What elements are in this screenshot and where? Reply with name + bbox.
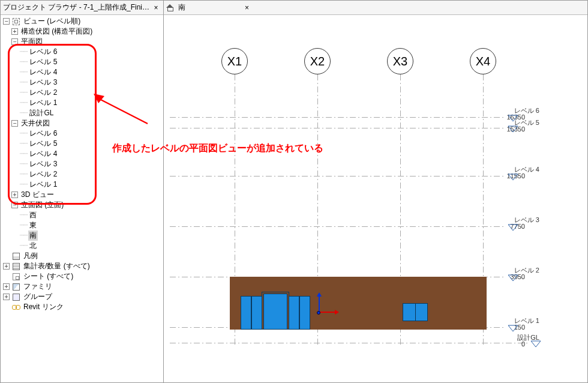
legend-icon xyxy=(11,252,21,261)
grid-bubble[interactable]: X3 xyxy=(387,48,413,74)
level-marker-icon xyxy=(530,340,542,348)
grid-bubble[interactable]: X4 xyxy=(470,48,496,74)
level-marker-icon xyxy=(507,114,519,122)
level-line[interactable] xyxy=(170,343,527,343)
ceiling-level-item[interactable]: ┈┈レベル 1 xyxy=(3,179,163,190)
expander-icon[interactable]: − xyxy=(11,120,18,127)
ceiling-level-item[interactable]: ┈┈レベル 2 xyxy=(3,169,163,179)
level-marker-icon xyxy=(507,223,519,232)
plan-level-item[interactable]: ┈┈レベル 2 xyxy=(3,88,163,98)
elevation-node[interactable]: − 立面図 (立面) xyxy=(3,200,163,210)
views-icon xyxy=(11,17,21,26)
close-icon[interactable]: × xyxy=(245,4,249,12)
plan-level-item[interactable]: ┈┈レベル 3 xyxy=(3,77,163,88)
expander-icon[interactable]: − xyxy=(11,38,18,45)
sheets-node[interactable]: シート (すべて) xyxy=(3,271,163,282)
expander-icon[interactable]: − xyxy=(3,18,10,25)
level-marker-icon xyxy=(507,324,519,333)
level-line[interactable] xyxy=(170,128,505,128)
revit-links-node[interactable]: Revit リンク xyxy=(3,302,163,312)
window[interactable] xyxy=(403,303,428,321)
view-tab-bar: 南 × xyxy=(164,1,587,15)
plan-level-item[interactable]: ┈┈レベル 6 xyxy=(3,47,163,57)
expander-icon[interactable]: + xyxy=(3,283,10,290)
expander-icon[interactable]: + xyxy=(3,294,10,300)
annotation-text: 作成したレベルの平面図ビューが追加されている xyxy=(112,142,323,155)
schedule-icon xyxy=(11,262,21,271)
schedules-node[interactable]: + 集計表/数量 (すべて) xyxy=(3,261,163,271)
browser-header: プロジェクト ブラウザ - 7-1_上階作成_Finish.rvt × xyxy=(1,1,163,15)
sheet-icon xyxy=(11,272,21,282)
views-root-node[interactable]: − ビュー (レベル順) xyxy=(3,16,163,26)
elev-view-item[interactable]: ┈┈西 xyxy=(3,210,163,220)
ceiling-level-item[interactable]: ┈┈レベル 6 xyxy=(3,128,163,139)
close-icon[interactable]: × xyxy=(151,4,161,12)
group-icon xyxy=(11,292,21,302)
grid-bubble[interactable]: X2 xyxy=(304,48,331,74)
families-node[interactable]: + ファミリ xyxy=(3,282,163,292)
elev-view-item[interactable]: ┈┈東 xyxy=(3,220,163,231)
project-browser: プロジェクト ブラウザ - 7-1_上階作成_Finish.rvt × − ビュ… xyxy=(1,1,164,382)
plan-level-item[interactable]: ┈┈レベル 5 xyxy=(3,57,163,67)
view-tab[interactable]: 南 xyxy=(178,2,185,13)
plan-level-item[interactable]: ┈┈設計GL xyxy=(3,108,163,118)
window[interactable] xyxy=(241,296,251,330)
grid-bubble[interactable]: X1 xyxy=(221,48,248,74)
three-d-node[interactable]: + 3D ビュー xyxy=(3,190,163,200)
ceiling-node[interactable]: − 天井伏図 xyxy=(3,118,163,128)
plan-node[interactable]: − 平面図 xyxy=(3,37,163,47)
level-elev: 0 xyxy=(521,340,525,348)
window[interactable] xyxy=(299,296,310,330)
expander-icon[interactable]: − xyxy=(11,202,18,208)
expander-icon[interactable]: + xyxy=(11,28,18,35)
browser-title: プロジェクト ブラウザ - 7-1_上階作成_Finish.rvt xyxy=(3,2,151,13)
struct-plan-node[interactable]: + 構造伏図 (構造平面図) xyxy=(3,26,163,37)
elev-view-item[interactable]: ┈┈北 xyxy=(3,241,163,251)
level-line[interactable] xyxy=(170,117,505,118)
plan-level-item[interactable]: ┈┈レベル 4 xyxy=(3,67,163,77)
window[interactable] xyxy=(289,296,299,330)
ceiling-level-item[interactable]: ┈┈レベル 3 xyxy=(3,159,163,169)
window[interactable] xyxy=(251,296,262,330)
browser-tree: − ビュー (レベル順) + 構造伏図 (構造平面図) − 平面図 ┈┈レベル … xyxy=(1,15,163,382)
family-icon xyxy=(11,282,21,292)
level-line[interactable] xyxy=(170,176,505,176)
groups-node[interactable]: + グループ xyxy=(3,292,163,302)
level-marker-icon xyxy=(507,125,519,133)
legend-node[interactable]: 凡例 xyxy=(3,251,163,261)
elev-view-item[interactable]: ┈┈南 xyxy=(3,231,163,241)
drawing-canvas[interactable]: X1 X2 X3 X4 レベル 6 16350 レベル 5 15350 レベル … xyxy=(164,15,587,382)
level-line[interactable] xyxy=(170,226,505,227)
home-icon xyxy=(166,4,175,11)
expander-icon[interactable]: + xyxy=(3,263,10,270)
expander-icon[interactable]: + xyxy=(11,192,18,198)
link-icon xyxy=(11,303,21,312)
level-marker-icon xyxy=(507,173,519,181)
plan-level-item[interactable]: ┈┈レベル 1 xyxy=(3,98,163,108)
level-marker-icon xyxy=(507,274,519,282)
door-frame xyxy=(262,292,289,330)
